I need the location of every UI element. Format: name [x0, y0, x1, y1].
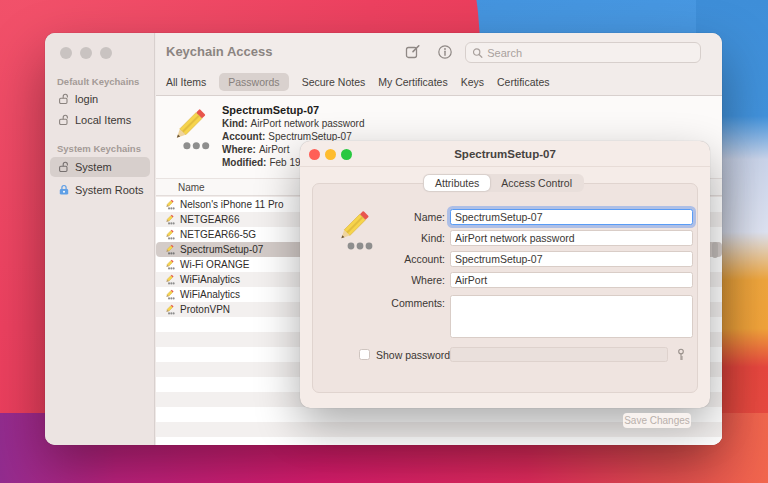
- pencil-icon: [164, 259, 175, 270]
- sidebar-item-label: System: [75, 161, 112, 173]
- save-changes-button[interactable]: Save Changes: [623, 413, 691, 428]
- sidebar-item-login[interactable]: login: [50, 89, 150, 109]
- sidebar-item-label: Local Items: [75, 114, 131, 126]
- sidebar-item-system[interactable]: System: [50, 157, 150, 177]
- locked-padlock-icon: [58, 184, 70, 196]
- pencil-icon: [164, 274, 175, 285]
- detail-where: Where:AirPort: [222, 144, 289, 155]
- password-field[interactable]: [450, 347, 668, 362]
- pencil-icon: [164, 304, 175, 315]
- tab-access-control[interactable]: Access Control: [490, 175, 583, 191]
- pencil-icon: [164, 214, 175, 225]
- tab-keys[interactable]: Keys: [461, 76, 484, 88]
- pencil-icon: [164, 289, 175, 300]
- sidebar-item-label: login: [75, 93, 98, 105]
- name-label: Name:: [313, 211, 445, 223]
- tab-secure-notes[interactable]: Secure Notes: [302, 76, 366, 88]
- sidebar-section-system-keychains: System Keychains: [57, 143, 141, 154]
- pencil-icon: [164, 244, 175, 255]
- sidebar-item-local-items[interactable]: Local Items: [50, 110, 150, 130]
- info-button[interactable]: [437, 44, 455, 60]
- detail-kind: Kind:AirPort network password: [222, 118, 364, 129]
- desktop: Default Keychains login Local Items Syst…: [0, 0, 768, 483]
- comments-label: Comments:: [313, 297, 445, 309]
- account-field[interactable]: [450, 251, 693, 267]
- attributes-panel: Name: Kind: Account: Where: Comments:: [312, 183, 698, 393]
- tab-certificates[interactable]: Certificates: [497, 76, 550, 88]
- where-label: Where:: [313, 274, 445, 286]
- new-item-button[interactable]: [405, 44, 423, 60]
- where-field[interactable]: [450, 272, 693, 288]
- search-input[interactable]: [487, 47, 694, 59]
- show-password-checkbox[interactable]: [359, 349, 370, 360]
- name-field[interactable]: [450, 209, 693, 225]
- close-button[interactable]: [60, 47, 72, 59]
- detail-title: SpectrumSetup-07: [222, 104, 319, 116]
- unlocked-padlock-icon: [58, 93, 70, 105]
- password-assistant-key-icon[interactable]: [674, 348, 688, 362]
- dialog-titlebar[interactable]: SpectrumSetup-07: [300, 141, 710, 167]
- detail-modified: Modified:Feb 19: [222, 157, 301, 168]
- comments-field[interactable]: [450, 295, 693, 338]
- scrollbar-thumb[interactable]: [712, 242, 718, 258]
- sidebar-item-system-roots[interactable]: System Roots: [50, 180, 150, 200]
- kind-label: Kind:: [313, 232, 445, 244]
- unlocked-padlock-icon: [58, 114, 70, 126]
- category-tabbar: All Items Passwords Secure Notes My Cert…: [156, 68, 722, 96]
- zoom-button[interactable]: [100, 47, 112, 59]
- pencil-icon: [164, 229, 175, 240]
- tab-passwords[interactable]: Passwords: [219, 73, 288, 91]
- tab-attributes[interactable]: Attributes: [424, 175, 490, 191]
- tab-all-items[interactable]: All Items: [166, 76, 206, 88]
- item-detail-dialog: SpectrumSetup-07 Name: Kind:: [300, 141, 710, 408]
- unlocked-padlock-icon: [58, 161, 70, 173]
- account-label: Account:: [313, 253, 445, 265]
- kind-field[interactable]: [450, 230, 693, 246]
- dialog-title: SpectrumSetup-07: [300, 148, 710, 160]
- tab-my-certificates[interactable]: My Certificates: [378, 76, 447, 88]
- sidebar-section-default-keychains: Default Keychains: [57, 76, 139, 87]
- pencil-icon: [164, 199, 175, 210]
- search-field[interactable]: [465, 42, 701, 63]
- show-password-label: Show password:: [376, 349, 453, 361]
- window-title: Keychain Access: [166, 44, 272, 59]
- dialog-tabs: Attributes Access Control: [423, 174, 584, 192]
- search-icon: [472, 47, 483, 59]
- minimize-button[interactable]: [80, 47, 92, 59]
- network-password-pencil-icon: [164, 104, 214, 154]
- sidebar: Default Keychains login Local Items Syst…: [45, 33, 155, 445]
- sidebar-item-label: System Roots: [75, 184, 143, 196]
